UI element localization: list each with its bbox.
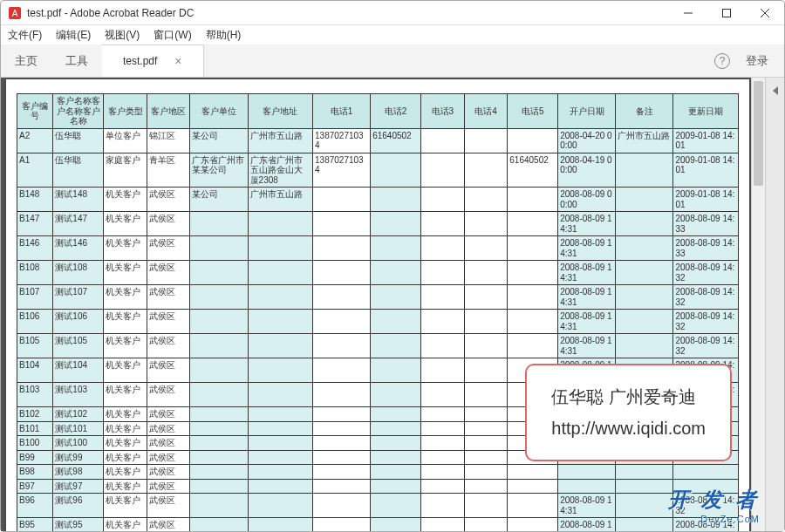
table-cell xyxy=(508,518,558,532)
watermark-main: 开 发 者 xyxy=(668,488,760,511)
table-cell: 武侯区 xyxy=(147,465,190,480)
close-button[interactable] xyxy=(746,1,784,24)
table-row: B97测试97机关客户武侯区 xyxy=(17,479,739,494)
table-cell: 测试98 xyxy=(53,465,104,480)
table-cell: B147 xyxy=(17,212,53,236)
table-cell xyxy=(248,450,312,465)
table-cell: B107 xyxy=(17,285,53,310)
table-cell: B102 xyxy=(17,407,53,422)
table-cell: 机关客户 xyxy=(104,358,147,383)
table-cell xyxy=(190,310,248,334)
help-icon[interactable]: ? xyxy=(714,53,730,69)
table-row: A2伍华聪单位客户锦江区某公司广州市五山路1387027103461640502… xyxy=(17,128,739,153)
table-cell: 机关客户 xyxy=(104,212,147,236)
table-cell: B148 xyxy=(17,188,53,212)
table-cell xyxy=(508,465,558,480)
table-cell: 武侯区 xyxy=(147,407,190,422)
table-cell xyxy=(248,334,312,358)
table-cell xyxy=(616,285,673,310)
table-header-cell: 客户类型 xyxy=(104,94,147,129)
table-cell: 测试108 xyxy=(53,261,104,285)
watermark-overlay: 伍华聪 广州爱奇迪 http://www.iqidi.com xyxy=(525,364,732,461)
tab-home[interactable]: 主页 xyxy=(1,44,51,77)
table-cell xyxy=(673,465,739,480)
table-cell xyxy=(190,212,248,236)
window-controls xyxy=(669,1,784,24)
table-cell xyxy=(464,212,508,236)
table-cell xyxy=(464,334,508,358)
table-cell xyxy=(464,285,508,310)
table-cell: 13870271034 xyxy=(313,153,371,188)
table-header-cell: 电话5 xyxy=(508,94,558,129)
table-cell xyxy=(616,261,673,285)
table-cell xyxy=(190,518,248,532)
side-panel[interactable] xyxy=(765,78,784,531)
tab-tools[interactable]: 工具 xyxy=(51,44,102,77)
table-cell xyxy=(616,465,673,480)
table-cell xyxy=(190,479,248,494)
table-cell: 伍华聪 xyxy=(53,153,104,188)
menu-window[interactable]: 窗口(W) xyxy=(154,28,191,43)
table-cell xyxy=(421,285,465,310)
table-cell: 2008-08-09 14:31 xyxy=(558,261,616,285)
table-cell xyxy=(248,421,312,436)
vertical-scrollbar[interactable] xyxy=(751,78,765,531)
table-row: B107测试107机关客户武侯区2008-08-09 14:312008-08-… xyxy=(17,285,739,310)
table-cell xyxy=(371,421,421,436)
table-cell: 武侯区 xyxy=(147,494,190,518)
table-row: B147测试147机关客户武侯区2008-08-09 14:312008-08-… xyxy=(17,212,739,236)
table-cell xyxy=(616,153,673,188)
table-cell: B108 xyxy=(17,261,53,285)
pdf-page: 客户编号客户名称客户名称客户名称客户类型客户地区客户单位客户地址电话1电话2电话… xyxy=(6,79,749,531)
menubar: 文件(F) 编辑(E) 视图(V) 窗口(W) 帮助(H) xyxy=(1,25,784,44)
table-cell: 武侯区 xyxy=(147,421,190,436)
table-cell: A1 xyxy=(17,153,53,188)
tab-document[interactable]: test.pdf × xyxy=(102,44,204,77)
table-cell: 2008-08-09 14:31 xyxy=(558,518,616,532)
table-cell xyxy=(421,128,465,153)
table-cell: 2008-08-09 14:32 xyxy=(673,310,739,334)
table-cell xyxy=(190,236,248,261)
login-button[interactable]: 登录 xyxy=(746,53,768,69)
table-cell xyxy=(248,261,312,285)
table-header-cell: 电话4 xyxy=(464,94,508,129)
table-cell: 2008-08-09 14:31 xyxy=(558,236,616,261)
tab-close-icon[interactable]: × xyxy=(174,54,181,68)
table-cell: 测试103 xyxy=(53,383,104,407)
table-cell: 武侯区 xyxy=(147,310,190,334)
table-cell xyxy=(616,334,673,358)
table-cell: 机关客户 xyxy=(104,436,147,451)
menu-edit[interactable]: 编辑(E) xyxy=(56,28,91,43)
table-cell: B104 xyxy=(17,358,53,383)
table-cell xyxy=(313,407,371,422)
table-cell xyxy=(464,407,508,422)
table-cell xyxy=(464,188,508,212)
menu-help[interactable]: 帮助(H) xyxy=(206,28,242,43)
table-cell xyxy=(313,358,371,383)
table-cell xyxy=(421,236,465,261)
table-cell: 测试148 xyxy=(53,188,104,212)
table-cell xyxy=(313,285,371,310)
table-cell: 61640502 xyxy=(508,153,558,188)
table-header-cell: 电话2 xyxy=(371,94,421,129)
table-header-cell: 客户地区 xyxy=(147,94,190,129)
minimize-button[interactable] xyxy=(669,1,707,24)
table-cell: 机关客户 xyxy=(104,518,147,532)
table-header-cell: 更新日期 xyxy=(673,94,739,129)
maximize-button[interactable] xyxy=(707,1,746,24)
document-viewport[interactable]: 客户编号客户名称客户名称客户名称客户类型客户地区客户单位客户地址电话1电话2电话… xyxy=(1,78,751,531)
table-row: B148测试148机关客户武侯区某公司广州市五山路2008-08-09 00:0… xyxy=(17,188,739,212)
table-cell xyxy=(371,479,421,494)
scrollbar-thumb[interactable] xyxy=(754,81,763,186)
table-cell: 2008-08-09 14:31 xyxy=(558,212,616,236)
table-cell: 广东省广州市某某公司 xyxy=(190,153,248,188)
table-cell xyxy=(508,479,558,494)
table-cell xyxy=(248,383,312,407)
side-panel-expand-icon[interactable] xyxy=(773,86,778,95)
table-header-cell: 客户名称客户名称客户名称 xyxy=(53,94,104,129)
table-cell xyxy=(421,358,465,383)
menu-file[interactable]: 文件(F) xyxy=(8,28,42,43)
table-cell: B97 xyxy=(17,479,53,494)
menu-view[interactable]: 视图(V) xyxy=(105,28,140,43)
table-cell: 机关客户 xyxy=(104,188,147,212)
